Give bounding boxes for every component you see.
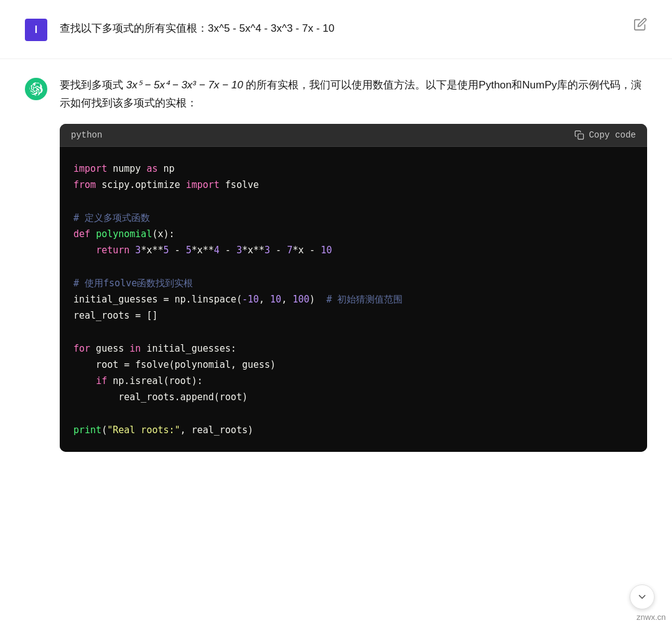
copy-label: Copy code: [589, 130, 636, 140]
intro-text-before: 要找到多项式: [60, 79, 126, 91]
code-language: python: [71, 130, 102, 140]
assistant-avatar: [25, 78, 47, 100]
scroll-down-button[interactable]: [630, 584, 655, 609]
code-pre: import numpy as np from scipy.optimize i…: [73, 161, 633, 438]
user-message: I 查找以下多项式的所有实值根：3x^5 - 5x^4 - 3x^3 - 7x …: [0, 0, 672, 59]
assistant-content: 要找到多项式 3x⁵ − 5x⁴ − 3x³ − 7x − 10 的所有实根，我…: [60, 77, 647, 452]
user-text: 查找以下多项式的所有实值根：3x^5 - 5x^4 - 3x^3 - 7x - …: [60, 17, 621, 37]
watermark: znwx.cn: [637, 612, 666, 622]
code-body: import numpy as np from scipy.optimize i…: [60, 147, 647, 452]
assistant-intro: 要找到多项式 3x⁵ − 5x⁴ − 3x³ − 7x − 10 的所有实根，我…: [60, 77, 647, 113]
edit-button[interactable]: [621, 17, 647, 34]
copy-code-button[interactable]: Copy code: [574, 130, 636, 140]
code-block: python Copy code import numpy as np from…: [60, 124, 647, 452]
chevron-down-icon: [637, 591, 648, 602]
user-avatar: I: [25, 19, 47, 41]
chat-container: I 查找以下多项式的所有实值根：3x^5 - 5x^4 - 3x^3 - 7x …: [0, 0, 672, 469]
math-expression: 3x⁵ − 5x⁴ − 3x³ − 7x − 10: [126, 79, 243, 91]
code-header: python Copy code: [60, 124, 647, 147]
svg-rect-0: [578, 134, 584, 139]
assistant-message: 要找到多项式 3x⁵ − 5x⁴ − 3x³ − 7x − 10 的所有实根，我…: [0, 59, 672, 469]
copy-icon: [574, 130, 584, 140]
